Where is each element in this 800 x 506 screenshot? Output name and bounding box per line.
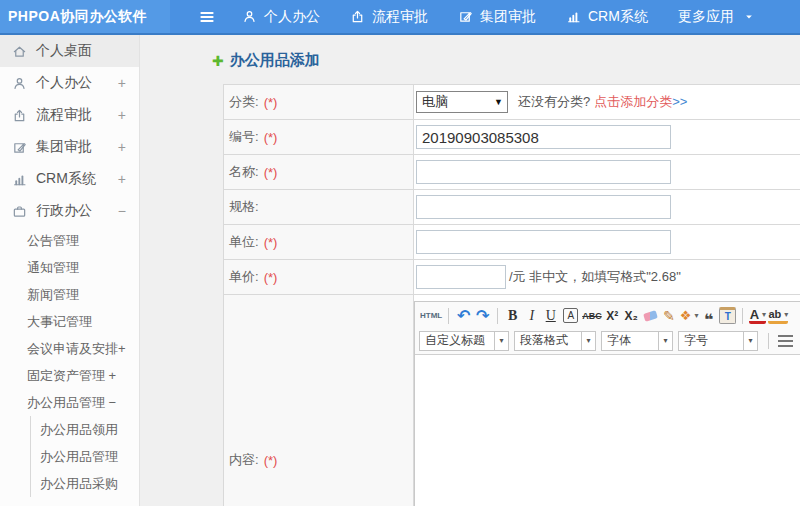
add-category-link[interactable]: 点击添加分类>> [594,93,687,111]
underline-button[interactable]: U [542,305,559,326]
expand-toggle[interactable]: − [118,203,126,219]
price-required-marker: (*) [264,270,278,285]
font-border-button[interactable]: A [563,308,578,323]
bold-button[interactable]: B [504,305,521,326]
eraser-shape [643,310,658,322]
caret-down-icon: ▾ [658,332,672,350]
sidebar-item-workflow-approval[interactable]: 流程审批+ [0,99,139,131]
html-source-button[interactable]: HTML [420,305,442,326]
font-family-select[interactable]: 字体▾ [601,331,673,351]
chart-icon [566,9,581,24]
paragraph-format-select[interactable]: 段落格式▾ [514,331,596,351]
top-nav: 个人办公流程审批集团审批CRM系统更多应用 [242,8,785,26]
category-select-value: 电脑 [422,93,448,111]
sidebar-item-crm[interactable]: CRM系统+ [0,163,139,195]
price-input[interactable] [416,265,506,289]
expand-toggle[interactable]: + [118,139,126,155]
sidebar-subitem-fixed-assets[interactable]: 固定资产管理 + [0,362,139,389]
code-input[interactable] [416,125,671,149]
blockquote-button[interactable]: ❝ [700,305,717,326]
remove-format-eraser-icon[interactable] [642,305,659,326]
category-label: 分类: [229,93,259,111]
sidebar-subitem-news[interactable]: 新闻管理 [0,281,139,308]
sidebar-item-personal-desktop[interactable]: 个人桌面 [0,35,139,67]
price-format-hint: /元 非中文，如填写格式"2.68" [509,268,681,286]
sidebar-item-group-approval-label: 集团审批 [36,138,92,156]
topbar: PHPOA协同办公软件 个人办公流程审批集团审批CRM系统更多应用 [0,0,800,35]
align-left-button[interactable] [778,335,793,347]
caret-down-icon: ▾ [694,311,698,320]
office-supplies-submenu: 办公用品领用办公用品管理办公用品采购 [30,416,139,497]
paste-text-button[interactable]: T [719,307,736,324]
undo-icon[interactable]: ↶ [455,305,472,326]
chart-icon [12,172,27,187]
sidebar-subitem-memorabilia[interactable]: 大事记管理 [0,308,139,335]
nav-more-apps-label: 更多应用 [678,8,734,26]
expand-toggle[interactable]: + [118,171,126,187]
form-row-unit: 单位: (*) [224,225,800,260]
font-size-select[interactable]: 字号▾ [678,331,758,351]
nav-personal-office-label: 个人办公 [264,8,320,26]
toolbar-separator [497,308,498,324]
sidebar-subsubitem-supplies-purchase[interactable]: 办公用品采购 [31,470,139,497]
edit-icon [12,140,27,155]
sidebar-subitem-notice[interactable]: 通知管理 [0,254,139,281]
caret-down-icon: ▾ [784,310,788,319]
sidebar-subsubitem-supplies-manage[interactable]: 办公用品管理 [31,443,139,470]
workflow-icon [350,9,365,24]
unit-input[interactable] [416,230,671,254]
nav-group-approval[interactable]: 集团审批 [458,8,536,26]
redo-icon[interactable]: ↷ [474,305,491,326]
sidebar-item-personal-office[interactable]: 个人办公+ [0,67,139,99]
price-label: 单价: [229,268,259,286]
nav-crm[interactable]: CRM系统 [566,8,648,26]
font-color-button[interactable]: A▾ [749,307,766,324]
nav-workflow-approval-label: 流程审批 [372,8,428,26]
editor-toolbar-row1: HTML↶↷BIUAABCX²X₂✎❖▾❝TA▾ab▾ [419,303,800,328]
toolbar-separator [742,308,743,324]
sidebar-item-personal-office-label: 个人办公 [36,74,92,92]
expand-toggle[interactable]: + [118,75,126,91]
office-supply-add-form: 分类: (*) 电脑 ▼ 还没有分类? 点击添加分类>> 编号: (*) [223,84,800,506]
paragraph-format-select-value: 段落格式 [515,332,573,349]
page-title-row: 办公用品添加 [140,35,800,70]
sidebar-subitem-meeting[interactable]: 会议申请及安排+ [0,335,139,362]
form-row-content: 内容: (*) HTML↶↷BIUAABCX²X₂✎❖▾❝TA▾ab▾ 自定义标… [224,295,800,506]
page-title: 办公用品添加 [230,51,320,70]
nav-personal-office[interactable]: 个人办公 [242,8,320,26]
edit-icon [458,9,473,24]
custom-title-select[interactable]: 自定义标题▾ [419,331,509,351]
highlight-color-button[interactable]: ab▾ [768,307,788,324]
content-required-marker: (*) [264,453,278,468]
user-icon [12,76,27,91]
format-brush-icon[interactable]: ✎ [661,305,678,326]
sidebar-item-group-approval[interactable]: 集团审批+ [0,131,139,163]
expand-toggle[interactable]: + [118,107,126,123]
sidebar-item-admin-office[interactable]: 行政办公− [0,195,139,227]
superscript-button[interactable]: X² [604,305,621,326]
caret-down-icon: ▾ [581,332,595,350]
subscript-button[interactable]: X₂ [623,305,640,326]
sidebar-subitem-announcement[interactable]: 公告管理 [0,227,139,254]
sidebar-subitem-office-supplies[interactable]: 办公用品管理 − [0,389,139,416]
strikethrough-button[interactable]: ABC [582,305,602,326]
form-row-code: 编号: (*) [224,120,800,155]
auto-typeset-button[interactable]: ❖▾ [680,305,699,326]
editor-content-area[interactable] [415,355,800,506]
sidebar-subsubitem-supplies-receive[interactable]: 办公用品领用 [31,416,139,443]
nav-more-apps[interactable]: 更多应用 [678,8,755,26]
sidebar: 个人桌面个人办公+流程审批+集团审批+CRM系统+行政办公−公告管理通知管理新闻… [0,35,140,506]
form-row-spec: 规格: [224,190,800,225]
hamburger-menu-icon[interactable] [198,8,216,26]
briefcase-icon [12,204,27,219]
category-select[interactable]: 电脑 ▼ [416,91,508,113]
italic-button[interactable]: I [523,305,540,326]
name-input[interactable] [416,160,671,184]
nav-group-approval-label: 集团审批 [480,8,536,26]
spec-input[interactable] [416,195,671,219]
nav-workflow-approval[interactable]: 流程审批 [350,8,428,26]
category-required-marker: (*) [264,95,278,110]
custom-title-select-value: 自定义标题 [420,332,490,349]
unit-label: 单位: [229,233,259,251]
editor-toolbar: HTML↶↷BIUAABCX²X₂✎❖▾❝TA▾ab▾ 自定义标题▾段落格式▾字… [415,302,800,355]
